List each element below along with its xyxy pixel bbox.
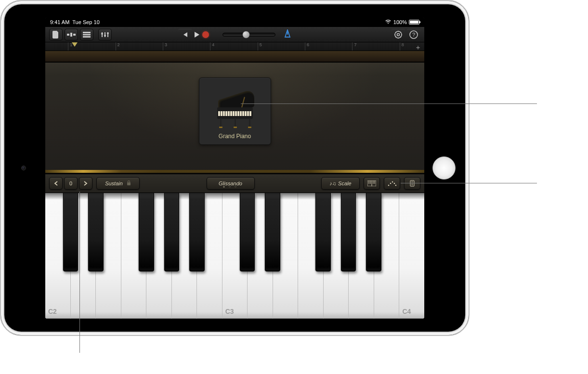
keyboard-layout-button[interactable] (364, 177, 380, 190)
settings-button[interactable] (392, 29, 405, 40)
instrument-selector[interactable]: Grand Piano (199, 77, 271, 145)
svg-rect-4 (83, 34, 91, 35)
black-key[interactable] (366, 193, 381, 271)
black-key[interactable] (341, 193, 356, 271)
go-to-beginning-button[interactable] (178, 29, 192, 40)
wifi-icon (385, 19, 392, 25)
arpeggiator-button[interactable] (384, 177, 400, 190)
octave-value: 0 (64, 177, 78, 190)
svg-rect-5 (83, 36, 91, 38)
ruler-tick: 2 (116, 42, 120, 51)
svg-point-17 (392, 181, 393, 183)
svg-point-18 (394, 183, 395, 184)
svg-rect-1 (70, 33, 72, 37)
note-icon: ♪♫ (329, 181, 336, 186)
help-button[interactable]: ? (407, 29, 420, 40)
ruler-tick: 5 (258, 42, 262, 51)
scale-button[interactable]: ♪♫ Scale (321, 177, 360, 190)
brass-trim (45, 170, 424, 173)
keyboard-options-button[interactable] (404, 177, 420, 190)
master-volume-slider[interactable] (222, 33, 275, 37)
ruler-tick: 1 (68, 42, 72, 51)
svg-rect-2 (73, 34, 76, 36)
keyboard-mode-button[interactable]: Glissando ● ○ ○ (207, 177, 255, 190)
my-songs-button[interactable] (49, 29, 63, 40)
svg-rect-3 (83, 32, 91, 33)
ruler-tick: 3 (163, 42, 167, 51)
key-label: C4 (402, 308, 411, 315)
svg-point-16 (390, 183, 392, 184)
black-key[interactable] (315, 193, 330, 271)
slider-thumb[interactable] (242, 31, 250, 39)
metronome-button[interactable] (283, 29, 292, 40)
ruler-tick: 7 (352, 42, 356, 51)
black-key[interactable] (139, 193, 154, 271)
black-key[interactable] (189, 193, 204, 271)
battery-icon (409, 20, 419, 25)
octave-selector: 0 (49, 177, 92, 190)
app-toolbar: ? (45, 27, 424, 42)
black-key[interactable] (240, 193, 255, 271)
screen: 9:41 AM Tue Sep 10 100% (45, 17, 424, 319)
black-key[interactable] (88, 193, 103, 271)
ipad-frame: 9:41 AM Tue Sep 10 100% (0, 0, 470, 336)
status-bar: 9:41 AM Tue Sep 10 100% (45, 17, 424, 27)
browser-button[interactable] (65, 29, 78, 40)
instrument-name: Grand Piano (219, 133, 251, 140)
svg-point-10 (397, 33, 400, 36)
instrument-panel: Grand Piano (45, 51, 424, 174)
piano-lid-decor (45, 51, 424, 63)
front-camera (21, 166, 26, 170)
svg-rect-0 (67, 34, 69, 36)
black-key[interactable] (63, 193, 78, 271)
playhead-icon[interactable] (72, 42, 78, 47)
key-label: C3 (225, 308, 234, 315)
white-key[interactable]: C4 (399, 193, 424, 319)
record-button[interactable] (202, 31, 209, 38)
svg-point-19 (395, 185, 396, 186)
play-button[interactable] (195, 32, 199, 38)
octave-down-button[interactable] (49, 177, 63, 190)
svg-point-15 (388, 185, 390, 186)
lock-icon (127, 181, 131, 187)
track-controls-button[interactable] (98, 29, 112, 40)
svg-point-8 (107, 32, 109, 34)
grand-piano-icon (213, 92, 257, 128)
piano-keyboard[interactable]: C2C3C4 (45, 193, 424, 319)
transport-controls (178, 29, 292, 40)
battery-percent: 100% (393, 19, 407, 25)
octave-up-button[interactable] (79, 177, 92, 190)
timeline-ruler[interactable]: ＋ 12345678 (45, 42, 424, 51)
black-key[interactable] (164, 193, 179, 271)
svg-point-7 (104, 35, 106, 37)
black-key[interactable] (265, 193, 280, 271)
ruler-tick: 8 (400, 42, 404, 51)
home-button[interactable] (432, 156, 456, 180)
svg-point-6 (101, 33, 103, 35)
ruler-tick: 6 (305, 42, 309, 51)
svg-text:?: ? (412, 32, 415, 38)
keyboard-control-strip: 0 Sustain Glissando ● ○ ○ ♪♫ Scale (45, 174, 424, 193)
key-label: C2 (48, 308, 57, 315)
tracks-view-button[interactable] (80, 29, 93, 40)
svg-rect-13 (127, 182, 131, 185)
status-time: 9:41 AM Tue Sep 10 (50, 19, 100, 25)
sustain-button[interactable]: Sustain (96, 177, 140, 190)
ruler-tick: 4 (210, 42, 214, 51)
